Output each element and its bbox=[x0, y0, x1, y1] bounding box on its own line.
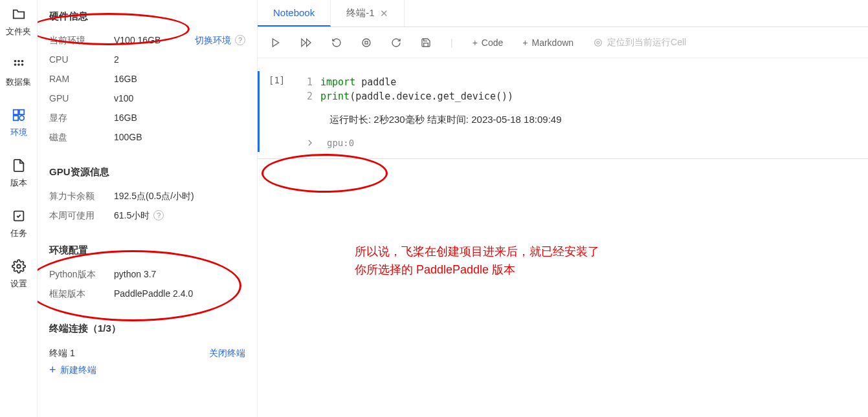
plus-icon: + bbox=[49, 363, 56, 377]
svg-rect-8 bbox=[13, 116, 17, 120]
plus-icon: + bbox=[473, 37, 478, 48]
main-area: Notebook 终端-1 ✕ | + Code + bbox=[258, 0, 868, 417]
version-icon bbox=[11, 158, 27, 173]
plus-icon: + bbox=[522, 37, 528, 48]
restart-button[interactable] bbox=[331, 37, 342, 48]
add-markdown-button[interactable]: + Markdown bbox=[522, 37, 573, 48]
output-icon bbox=[304, 138, 317, 148]
dataset-icon bbox=[11, 57, 27, 72]
sidebar-item-env[interactable]: 环境 bbox=[10, 107, 27, 138]
svg-rect-7 bbox=[19, 110, 23, 114]
line-gutter: 1 2 bbox=[295, 75, 320, 103]
svg-rect-16 bbox=[365, 41, 368, 44]
notebook-body: [1] 1 2 import paddle print(paddle.devic… bbox=[258, 58, 868, 417]
hardware-title: 硬件信息 bbox=[49, 10, 245, 23]
svg-point-18 bbox=[597, 41, 599, 44]
run-button[interactable] bbox=[271, 37, 281, 48]
locate-cell-button[interactable]: 定位到当前运行Cell bbox=[593, 37, 686, 48]
icon-sidebar: 文件夹 数据集 环境 版本 任务 设置 bbox=[0, 0, 38, 417]
info-panel: 硬件信息 当前环境 V100 16GB 切换环境 ? CPU2 RAM16GB … bbox=[38, 0, 258, 417]
annotation-ellipse bbox=[262, 154, 388, 193]
terminal-name: 终端 1 bbox=[49, 343, 75, 363]
env-config-title: 环境配置 bbox=[49, 244, 245, 257]
new-terminal-button[interactable]: + 新建终端 bbox=[49, 363, 245, 377]
code-cell[interactable]: [1] 1 2 import paddle print(paddle.devic… bbox=[258, 71, 868, 152]
code-content[interactable]: import paddle print(paddle.device.get_de… bbox=[320, 75, 513, 103]
gear-icon bbox=[11, 259, 27, 274]
sidebar-item-folder[interactable]: 文件夹 bbox=[6, 6, 31, 37]
annotation-text: 所以说，飞桨在创建项目进来后，就已经安装了 你所选择的 PaddlePaddle… bbox=[355, 242, 599, 279]
svg-marker-12 bbox=[273, 39, 278, 47]
target-icon bbox=[593, 37, 603, 48]
tab-notebook[interactable]: Notebook bbox=[258, 0, 331, 27]
sidebar-item-settings[interactable]: 设置 bbox=[10, 259, 27, 290]
svg-rect-6 bbox=[13, 110, 17, 114]
tabs: Notebook 终端-1 ✕ bbox=[258, 0, 868, 27]
run-info: 运行时长: 2秒230毫秒 结束时间: 2023-05-18 18:09:49 bbox=[295, 114, 868, 126]
close-icon[interactable]: ✕ bbox=[380, 8, 388, 19]
svg-point-4 bbox=[17, 63, 20, 66]
tab-terminal[interactable]: 终端-1 ✕ bbox=[331, 0, 404, 27]
svg-point-0 bbox=[14, 60, 16, 63]
svg-point-5 bbox=[21, 63, 23, 66]
help-icon[interactable]: ? bbox=[153, 210, 164, 220]
cell-prompt: [1] bbox=[262, 71, 295, 152]
svg-point-3 bbox=[14, 63, 16, 66]
svg-point-2 bbox=[21, 60, 23, 63]
close-terminal-link[interactable]: 关闭终端 bbox=[209, 343, 245, 363]
svg-point-11 bbox=[17, 264, 21, 268]
sidebar-item-task[interactable]: 任务 bbox=[10, 208, 27, 239]
refresh-button[interactable] bbox=[391, 37, 401, 48]
stop-button[interactable] bbox=[361, 37, 372, 48]
svg-marker-13 bbox=[302, 39, 306, 47]
save-button[interactable] bbox=[421, 37, 431, 48]
cell-output: gpu:0 bbox=[295, 138, 868, 148]
sidebar-item-version[interactable]: 版本 bbox=[10, 158, 27, 189]
add-code-button[interactable]: + Code bbox=[473, 37, 504, 48]
terminal-title: 终端连接（1/3） bbox=[49, 323, 245, 335]
run-all-button[interactable] bbox=[300, 37, 312, 48]
env-value: V100 16GB bbox=[114, 30, 161, 50]
svg-point-17 bbox=[595, 39, 602, 46]
folder-icon bbox=[11, 6, 27, 22]
task-icon bbox=[11, 208, 27, 224]
env-row: 当前环境 V100 16GB 切换环境 ? bbox=[49, 30, 245, 50]
help-icon[interactable]: ? bbox=[235, 35, 245, 45]
svg-point-1 bbox=[17, 60, 20, 63]
env-icon bbox=[11, 107, 27, 123]
svg-marker-14 bbox=[307, 39, 311, 47]
gpu-res-title: GPU资源信息 bbox=[49, 166, 245, 178]
env-label: 当前环境 bbox=[49, 30, 114, 50]
svg-point-15 bbox=[362, 39, 370, 47]
switch-env-link[interactable]: 切换环境 bbox=[195, 30, 231, 50]
svg-point-9 bbox=[19, 116, 23, 120]
sidebar-item-dataset[interactable]: 数据集 bbox=[6, 57, 31, 88]
toolbar: | + Code + Markdown 定位到当前运行Cell bbox=[258, 27, 868, 58]
